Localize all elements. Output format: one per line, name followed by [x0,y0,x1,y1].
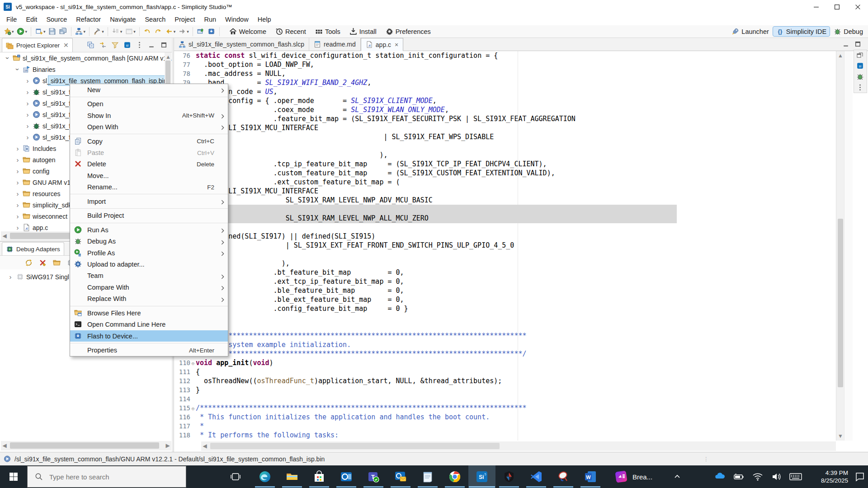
toolbar-link-welcome[interactable]: Welcome [229,28,266,35]
tree-expanded-icon[interactable]: › [14,66,22,73]
tree-item-sl_si91x_file_system_common_flash[interactable]: ›Csl_si91x_file_system_common_flash [GNU… [0,52,172,64]
toolbar-tb-console-button[interactable]: ▾ [124,26,137,37]
editor-tab-sl-si91x-file-system-common-flash-slcp[interactable]: sl_si91x_file_system_common_flash.slcp [174,38,309,51]
toolbar-tb-redo-button[interactable] [153,26,163,37]
dropdown-caret-icon[interactable]: ▾ [174,29,176,34]
taskbar-app-vscode[interactable] [523,465,550,488]
menu-item-move[interactable]: Move... [70,170,228,181]
tree-collapsed-icon[interactable]: › [24,99,31,107]
toolbar-run-button[interactable]: ▾ [16,26,28,37]
toolbar-tb-undo-button[interactable] [142,26,152,37]
taskbar-app-notepad[interactable] [414,465,441,488]
tree-collapsed-icon[interactable]: › [24,133,31,141]
toolbar-tb-forward-button[interactable]: ▾ [177,26,190,37]
tree-collapsed-icon[interactable]: › [14,212,21,220]
taskbar-app-teams[interactable]: T [360,465,387,488]
menu-item-open-command-line-here[interactable]: Open Command Line Here [70,319,228,330]
scroll-left-icon[interactable]: ◀ [1,441,8,450]
toolbar-tb-build-button[interactable]: ▾ [92,26,105,37]
menubar-item-file[interactable]: File [2,14,21,25]
view-menu-icon[interactable] [135,41,144,49]
menu-item-run-as[interactable]: Run As [70,224,228,235]
dropdown-caret-icon[interactable]: ▾ [102,29,104,34]
taskbar-app-racket[interactable] [550,465,577,488]
menubar-item-project[interactable]: Project [170,14,199,25]
tree-collapsed-icon[interactable]: › [14,224,21,231]
menu-item-team[interactable]: Team [70,270,228,282]
fold-collapse-icon[interactable]: ⊖ [190,359,196,368]
menubar-item-source[interactable]: Source [42,14,71,25]
si-view-icon[interactable]: si [123,41,132,49]
start-button[interactable] [0,465,27,488]
menu-item-upload-to-adapter[interactable]: Upload to adapter... [70,258,228,270]
taskbar-app-si-studio[interactable]: Si5 [468,465,495,488]
menu-item-paste[interactable]: PasteCtrl+V [70,147,228,158]
editor-tab-readme-md[interactable]: readme.md [309,38,361,51]
dropdown-caret-icon[interactable]: ▾ [84,29,86,34]
dropdown-caret-icon[interactable]: ▾ [25,29,28,34]
taskbar-app-outlook[interactable] [333,465,360,488]
tree-collapsed-icon[interactable]: › [14,178,21,186]
tree-collapsed-icon[interactable]: › [14,190,21,197]
perspective-launcher[interactable]: Launcher [728,27,772,36]
tree-collapsed-icon[interactable]: › [24,77,31,84]
menu-item-profile-as[interactable]: Profile As [70,247,228,258]
taskbar-window-brea[interactable]: Brea... [608,465,667,488]
toolbar-tb-network-button[interactable]: ▾ [74,26,87,37]
toolbar-tb-new-button[interactable]: ▾ [34,26,47,37]
dropdown-caret-icon[interactable]: ▾ [43,29,46,34]
toolbar-tb-saveall-button[interactable] [58,26,68,37]
perspective-debug[interactable]: Debug [830,27,866,36]
perspective-simplicity-ide[interactable]: {}Simplicity IDE [773,27,830,36]
adapter-x-icon[interactable] [39,259,47,267]
tree-collapsed-icon[interactable]: › [7,273,14,281]
menu-item-show-in[interactable]: Show InAlt+Shift+W [70,110,228,121]
editor-hscrollbar[interactable]: ◀ [201,441,836,451]
search-input[interactable] [48,473,172,481]
editor-maximize-icon[interactable] [854,40,862,48]
link-editor-icon[interactable] [99,41,107,49]
tree-item-binaries[interactable]: ›10Binaries [0,64,172,75]
scrollbar-thumb[interactable] [210,443,500,449]
toolbar-tb-debugconf-button[interactable]: ▾ [2,26,15,37]
menu-item-replace-with[interactable]: Replace With [70,293,228,305]
tray-overflow-button[interactable] [668,465,686,488]
menubar-item-run[interactable]: Run [199,14,221,25]
taskbar-search[interactable] [27,466,186,488]
menu-item-open[interactable]: Open [70,99,228,110]
tree-collapsed-icon[interactable]: › [14,156,21,164]
menu-item-copy[interactable]: CopyCtrl+C [70,136,228,147]
toolbar-flash-button[interactable] [207,26,217,37]
menu-item-properties[interactable]: PropertiesAlt+Enter [70,345,228,356]
menu-item-import[interactable]: Import [70,196,228,207]
menu-item-compare-with[interactable]: Compare With [70,282,228,293]
debug-icon[interactable] [856,73,864,80]
pane-min-icon[interactable] [147,41,156,49]
menu-item-new[interactable]: New [70,84,228,95]
view-menu-icon[interactable] [856,84,864,91]
close-button[interactable] [847,0,868,14]
menubar-item-help[interactable]: Help [253,14,276,25]
toolbar-link-preferences[interactable]: Preferences [386,28,431,35]
menubar-item-navigate[interactable]: Navigate [105,14,140,25]
toolbar-tb-back-button[interactable]: ▾ [164,26,177,37]
tree-collapsed-icon[interactable]: › [24,88,31,96]
si-view-icon[interactable]: si [856,62,864,70]
taskbar-app-outlook-new[interactable] [387,465,414,488]
dropdown-caret-icon[interactable]: ▾ [187,29,189,34]
tray-onedrive[interactable] [711,465,729,488]
toolbar-link-install[interactable]: Install [349,28,377,35]
action-center-button[interactable] [852,465,868,488]
scroll-left-icon[interactable]: ◀ [1,231,8,240]
taskbar-app-edge[interactable] [251,465,278,488]
scrollbar-thumb[interactable] [838,219,843,387]
project-explorer-close-icon[interactable]: ✕ [63,42,69,49]
scroll-left-icon[interactable]: ◀ [201,441,208,450]
folder-icon[interactable] [53,259,61,267]
menu-item-browse-files-here[interactable]: Browse Files Here [70,307,228,319]
pane-max-icon[interactable] [160,41,168,49]
collapse-all-icon[interactable] [86,41,95,49]
tree-collapsed-icon[interactable]: › [14,201,21,209]
taskbar-clock[interactable]: 4:39 PM 8/25/2025 [821,465,848,488]
code-editor[interactable]: 76static const sl_wifi_device_configurat… [174,51,836,441]
